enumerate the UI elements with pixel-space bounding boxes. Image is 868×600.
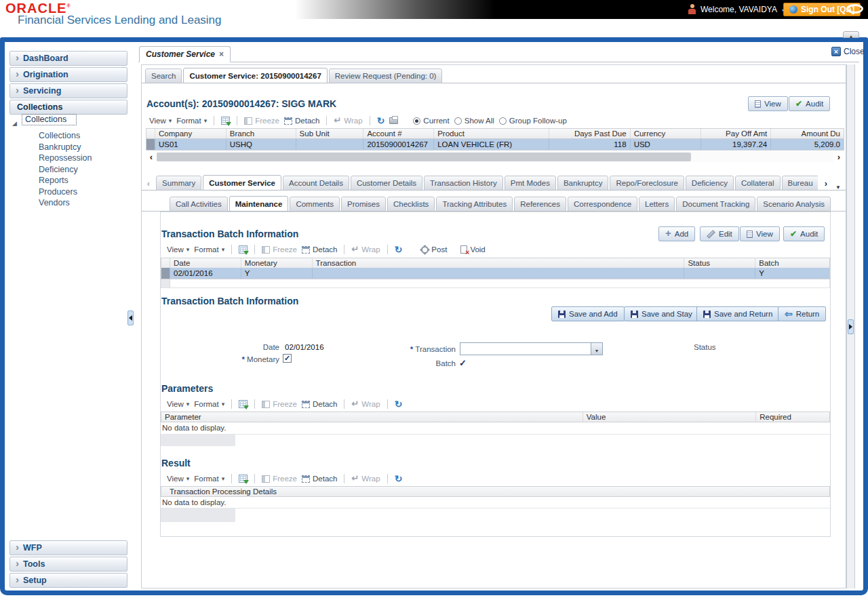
tab-collateral[interactable]: Collateral bbox=[735, 176, 781, 191]
freeze-button[interactable]: Freeze bbox=[262, 400, 297, 408]
batch-row[interactable]: 02/01/2016 Y Y bbox=[161, 268, 830, 279]
export-to-excel-icon[interactable] bbox=[239, 475, 248, 483]
tree-item-deficiency[interactable]: Deficiency bbox=[39, 165, 78, 174]
main-tabs-scroll-right[interactable]: › bbox=[821, 178, 831, 190]
tab-document-tracking[interactable]: Document Tracking bbox=[676, 197, 755, 212]
row-selector[interactable] bbox=[146, 139, 155, 150]
refresh-icon[interactable] bbox=[395, 474, 403, 484]
tree-item-reports[interactable]: Reports bbox=[39, 176, 68, 185]
close-link[interactable]: Close bbox=[831, 47, 865, 56]
view-menu[interactable]: View bbox=[167, 475, 189, 483]
save-and-stay-button[interactable]: Save and Stay bbox=[624, 306, 699, 321]
return-button[interactable]: Return bbox=[778, 306, 826, 321]
view-menu[interactable]: View bbox=[167, 245, 189, 254]
save-and-add-button[interactable]: Save and Add bbox=[551, 306, 625, 321]
tab-transaction-history[interactable]: Transaction History bbox=[424, 176, 503, 191]
scroll-left-arrow[interactable]: ‹ bbox=[146, 152, 157, 162]
wrap-button[interactable]: Wrap bbox=[351, 474, 380, 483]
tree-item-collections[interactable]: Collections bbox=[39, 131, 80, 140]
format-menu[interactable]: Format bbox=[194, 400, 224, 408]
tab-tracking-attributes[interactable]: Tracking Attributes bbox=[436, 197, 513, 212]
tab-review-request[interactable]: Review Request (Pending: 0) bbox=[329, 68, 443, 83]
tab-checklists[interactable]: Checklists bbox=[387, 197, 435, 212]
radio-group-follow-up[interactable]: Group Follow-up bbox=[499, 117, 567, 125]
account-view-button[interactable]: View bbox=[748, 96, 788, 111]
batch-view-button[interactable]: View bbox=[740, 226, 780, 241]
tab-customer-service-account[interactable]: Customer Service: 20150900014267 bbox=[183, 68, 327, 83]
view-menu[interactable]: View bbox=[167, 400, 189, 408]
post-button[interactable]: Post bbox=[421, 245, 447, 254]
scroll-track[interactable] bbox=[157, 152, 833, 162]
tab-repo-foreclosure[interactable]: Repo/Foreclosure bbox=[610, 176, 684, 191]
account-row[interactable]: US01 USHQ 20150900014267 LOAN VEHICLE (F… bbox=[146, 139, 844, 151]
close-tab-icon[interactable] bbox=[219, 50, 224, 58]
panel-collapse-handle[interactable] bbox=[848, 319, 854, 334]
tree-root-collections[interactable]: Collections bbox=[22, 114, 77, 125]
main-tabs-scroll-left[interactable]: ‹ bbox=[144, 178, 153, 190]
print-icon[interactable] bbox=[389, 117, 398, 124]
export-to-excel-icon[interactable] bbox=[239, 400, 248, 408]
format-menu[interactable]: Format bbox=[194, 245, 224, 254]
transaction-combobox[interactable] bbox=[460, 342, 603, 355]
tab-deficiency[interactable]: Deficiency bbox=[686, 176, 734, 191]
wrap-button[interactable]: Wrap bbox=[351, 245, 380, 254]
refresh-icon[interactable] bbox=[395, 245, 403, 255]
tab-scenario-analysis[interactable]: Scenario Analysis bbox=[757, 197, 831, 212]
user-menu[interactable]: Welcome, VAVAIDYA bbox=[688, 4, 786, 14]
tab-promises[interactable]: Promises bbox=[341, 197, 386, 212]
detach-button[interactable]: Detach bbox=[302, 400, 337, 408]
tab-customer-service[interactable]: Customer Service bbox=[203, 175, 281, 191]
account-audit-button[interactable]: Audit bbox=[789, 96, 830, 111]
scroll-thumb[interactable] bbox=[157, 153, 691, 161]
tab-maintenance[interactable]: Maintenance bbox=[229, 196, 289, 212]
sidebar-item-wfp[interactable]: WFP bbox=[9, 540, 127, 555]
sidebar-item-setup[interactable]: Setup bbox=[9, 573, 127, 588]
tab-bankruptcy[interactable]: Bankruptcy bbox=[557, 176, 609, 191]
radio-show-all[interactable]: Show All bbox=[454, 117, 494, 125]
sidebar-collapse-handle[interactable] bbox=[127, 311, 134, 325]
freeze-button[interactable]: Freeze bbox=[262, 245, 297, 254]
detach-button[interactable]: Detach bbox=[302, 475, 337, 483]
view-menu[interactable]: View bbox=[149, 117, 172, 125]
format-menu[interactable]: Format bbox=[194, 475, 224, 483]
tree-item-bankruptcy[interactable]: Bankruptcy bbox=[39, 142, 81, 152]
scroll-right-arrow[interactable]: › bbox=[833, 152, 844, 162]
export-to-excel-icon[interactable] bbox=[221, 117, 230, 125]
wrap-button[interactable]: Wrap bbox=[334, 116, 362, 125]
collapse-top-button[interactable] bbox=[843, 31, 859, 38]
save-and-return-button[interactable]: Save and Return bbox=[696, 306, 779, 321]
combobox-value[interactable] bbox=[460, 343, 591, 355]
batch-edit-button[interactable]: Edit bbox=[700, 226, 739, 241]
row-selector[interactable] bbox=[161, 268, 170, 279]
format-menu[interactable]: Format bbox=[176, 117, 207, 125]
sidebar-item-origination[interactable]: Origination bbox=[9, 67, 127, 82]
detach-button[interactable]: Detach bbox=[302, 245, 337, 254]
radio-current[interactable]: Current bbox=[413, 117, 449, 125]
void-button[interactable]: Void bbox=[460, 245, 485, 254]
tab-comments[interactable]: Comments bbox=[290, 197, 340, 212]
tree-item-vendors[interactable]: Vendors bbox=[39, 198, 70, 207]
tree-expand-icon[interactable] bbox=[12, 116, 17, 128]
freeze-button[interactable]: Freeze bbox=[262, 475, 297, 483]
tab-references[interactable]: References bbox=[514, 197, 566, 212]
sidebar-item-collections-active[interactable]: Collections bbox=[9, 100, 127, 115]
tab-bureau[interactable]: Bureau bbox=[782, 176, 818, 191]
detach-button[interactable]: Detach bbox=[284, 117, 319, 125]
refresh-icon[interactable] bbox=[395, 399, 403, 409]
tab-customer-details[interactable]: Customer Details bbox=[351, 176, 422, 191]
tab-correspondence[interactable]: Correspondence bbox=[568, 197, 637, 212]
tab-summary[interactable]: Summary bbox=[156, 176, 201, 191]
window-tab-customer-service[interactable]: Customer Service bbox=[139, 46, 231, 62]
sidebar-item-tools[interactable]: Tools bbox=[9, 557, 127, 572]
tab-letters[interactable]: Letters bbox=[639, 197, 675, 212]
sidebar-item-dashboard[interactable]: DashBoard bbox=[9, 51, 127, 66]
combobox-dropdown-button[interactable] bbox=[591, 343, 602, 355]
batch-audit-button[interactable]: Audit bbox=[783, 226, 825, 241]
tab-pmt-modes[interactable]: Pmt Modes bbox=[505, 176, 556, 191]
tab-search[interactable]: Search bbox=[145, 68, 182, 83]
export-to-excel-icon[interactable] bbox=[239, 245, 248, 254]
freeze-button[interactable]: Freeze bbox=[244, 117, 279, 125]
batch-add-button[interactable]: Add bbox=[658, 226, 695, 241]
refresh-icon[interactable] bbox=[377, 116, 385, 126]
wrap-button[interactable]: Wrap bbox=[351, 399, 380, 409]
